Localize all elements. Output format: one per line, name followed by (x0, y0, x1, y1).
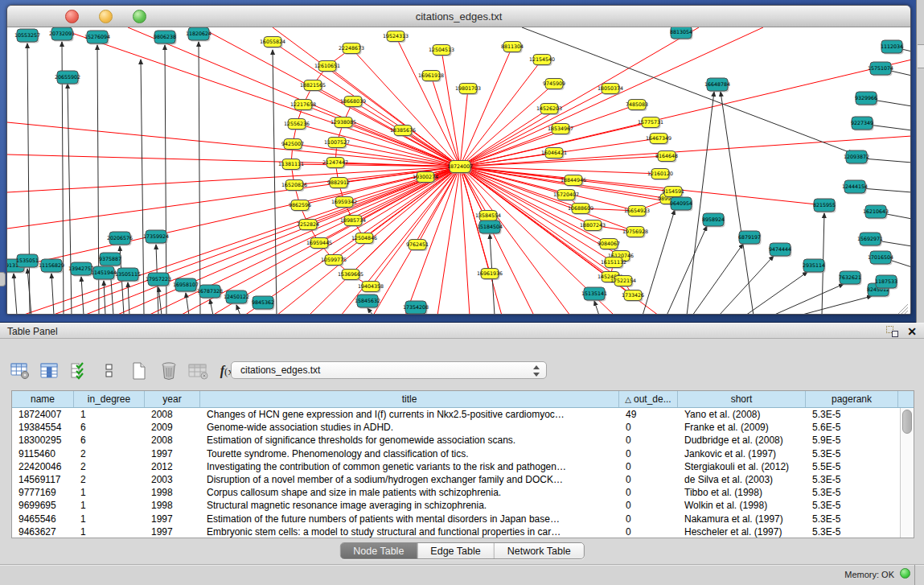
graph-node[interactable]: 9154591 (662, 187, 684, 199)
graph-node[interactable]: 11381111 (278, 159, 304, 171)
graph-node[interactable]: 12504513 (429, 45, 454, 57)
graph-node[interactable]: 1535051 (16, 254, 39, 269)
graph-node[interactable]: 10688609 (568, 204, 593, 216)
row-height-button[interactable] (99, 360, 120, 381)
select-rows-button[interactable] (69, 360, 90, 381)
table-row[interactable]: 1456911722003Disruption of a novel membe… (12, 473, 914, 486)
graph-node[interactable]: 16961918 (418, 71, 444, 83)
graph-node[interactable]: 9329966 (855, 92, 878, 106)
graph-node[interactable]: 9640954 (670, 197, 693, 212)
table-row[interactable]: 1872400712008Changes of HCN gene express… (12, 408, 914, 421)
graph-node[interactable]: 15775731 (638, 117, 663, 130)
graph-node[interactable]: 16151132 (601, 257, 626, 270)
column-settings-button[interactable] (10, 360, 31, 381)
graph-node[interactable]: 7252824 (297, 220, 319, 232)
table-scrollbar[interactable] (900, 408, 914, 538)
graph-node[interactable]: 15845632 (355, 295, 380, 309)
graph-node[interactable]: 21247447 (322, 158, 348, 170)
graph-node[interactable]: 6879197 (738, 231, 762, 245)
graph-node[interactable]: 8811304 (501, 42, 524, 54)
graph-node[interactable]: 17359924 (143, 230, 169, 245)
graph-node[interactable]: 16467349 (646, 134, 671, 146)
graph-node[interactable]: 11156829 (39, 259, 64, 274)
graph-node[interactable]: 18668039 (340, 97, 366, 109)
table-row[interactable]: 946362711997Embryonic stem cells: a mode… (12, 525, 914, 538)
graph-node[interactable]: 8164648 (655, 151, 678, 163)
graph-node[interactable]: 12556236 (284, 119, 310, 131)
graph-node[interactable]: 16654923 (624, 206, 650, 218)
graph-node[interactable]: 12450122 (224, 290, 249, 305)
graph-node[interactable]: 2935114 (803, 259, 826, 274)
graph-node[interactable]: 13505115 (115, 268, 141, 282)
graph-node[interactable]: 18985734 (340, 216, 366, 228)
graph-node[interactable]: 10553257 (14, 29, 40, 43)
graph-node[interactable]: 20206576 (107, 232, 133, 246)
graph-node[interactable]: 15276094 (84, 31, 110, 45)
column-header-name[interactable]: name (12, 391, 74, 407)
graph-node[interactable]: 20655902 (55, 71, 80, 85)
table-row[interactable]: 911546021997Tourette syndrome. Phenomeno… (12, 447, 914, 460)
graph-node[interactable]: 1187533 (875, 275, 898, 290)
graph-node[interactable]: 8813054 (670, 27, 693, 40)
tab-node-table[interactable]: Node Table (340, 543, 417, 558)
table-row[interactable]: 1938455462009Genome-wide association stu… (12, 421, 914, 434)
network-canvas[interactable]: 2224867312610651188215651221765812556236… (7, 27, 910, 315)
graph-node[interactable]: 9882912 (327, 178, 350, 190)
graph-node[interactable]: 11451944 (91, 266, 117, 281)
graph-node[interactable]: 16046421 (541, 148, 567, 160)
graph-node[interactable]: 16959445 (306, 238, 332, 250)
delete-column-button[interactable] (158, 360, 179, 381)
graph-node[interactable]: 10599775 (321, 255, 347, 267)
column-header-year[interactable]: year (145, 391, 200, 407)
graph-node[interactable]: 16210643 (863, 205, 889, 220)
close-panel-icon[interactable]: ✕ (907, 324, 917, 339)
graph-node[interactable]: 12444154 (842, 180, 868, 195)
graph-node[interactable]: 17016504 (868, 251, 893, 266)
tab-edge-table[interactable]: Edge Table (417, 543, 494, 558)
graph-node[interactable]: 12938085 (331, 117, 356, 130)
graph-node[interactable]: 9806238 (154, 31, 177, 45)
graph-node[interactable]: 19404358 (358, 282, 384, 294)
column-header-out_de[interactable]: △out_de... (619, 391, 678, 407)
table-row[interactable]: 1830029562008Estimation of significance … (12, 434, 914, 447)
table-selector[interactable]: citations_edges.txt (231, 361, 547, 379)
graph-node[interactable]: 7485083 (626, 100, 648, 112)
column-header-title[interactable]: title (200, 391, 619, 407)
column-header-short[interactable]: short (678, 391, 806, 407)
graph-node[interactable]: 16787328 (197, 285, 223, 299)
graph-node[interactable]: 19756928 (622, 227, 648, 239)
table-row[interactable]: 946554611997Estimation of the future num… (12, 513, 914, 525)
graph-node[interactable]: 18385676 (390, 126, 416, 138)
graph-node[interactable]: 11007527 (324, 138, 350, 150)
graph-node[interactable]: 16648784 (704, 78, 730, 93)
graph-node[interactable]: 12610651 (314, 61, 340, 73)
graph-node[interactable]: 12504846 (351, 233, 377, 245)
panel-collapse-handle[interactable] (0, 272, 6, 286)
table-row[interactable]: 977716911998Corpus callosum shape and si… (12, 486, 914, 499)
graph-node[interactable]: 18807243 (580, 220, 606, 233)
graph-node[interactable]: 16520826 (281, 180, 307, 192)
graph-node[interactable]: 12154540 (529, 55, 555, 67)
graph-node[interactable]: 19524313 (383, 31, 409, 43)
graph-node[interactable]: 14526203 (536, 104, 562, 116)
graph-node[interactable]: 16958107 (173, 278, 199, 293)
table-row[interactable]: 2242004622012Investigating the contribut… (12, 460, 914, 473)
graph-node[interactable]: 8958924 (702, 213, 725, 228)
network-window-titlebar[interactable]: citations_edges.txt (7, 6, 910, 27)
graph-node[interactable]: 11820624 (186, 27, 211, 42)
graph-node[interactable]: 9745909 (543, 79, 565, 91)
column-header-in_degree[interactable]: in_degree (74, 391, 145, 407)
graph-node[interactable]: 17522154 (610, 276, 636, 288)
graph-node[interactable]: 20732091 (49, 27, 75, 42)
create-column-button[interactable] (129, 360, 150, 381)
graph-node[interactable]: 15692971 (857, 233, 883, 247)
graph-node[interactable]: 8215955 (813, 199, 836, 213)
graph-node[interactable]: 18844946 (561, 175, 586, 187)
graph-node[interactable]: 9227349 (851, 117, 874, 131)
graph-node[interactable]: 22248673 (339, 43, 364, 56)
graph-node[interactable]: 15720407 (553, 190, 579, 202)
import-table-disabled-button[interactable] (188, 360, 209, 381)
graph-node[interactable]: 9084067 (598, 239, 620, 251)
graph-node[interactable]: 12160120 (647, 169, 673, 181)
graph-node[interactable]: 17957223 (146, 273, 171, 287)
